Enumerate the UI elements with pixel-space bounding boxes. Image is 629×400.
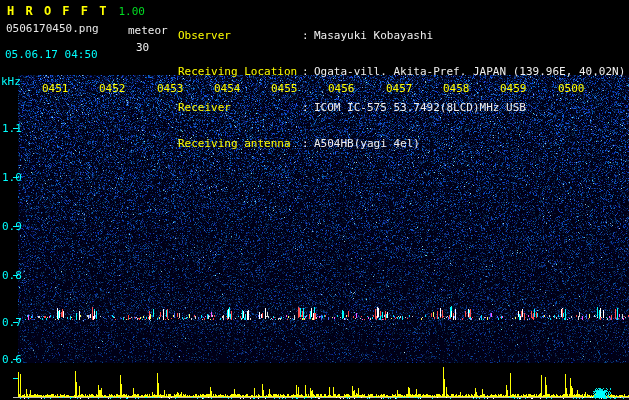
output-filename: 0506170450.png [6, 22, 99, 35]
time-label: 0455 [271, 82, 298, 95]
info-separator: : [302, 138, 314, 150]
time-label: 0456 [328, 82, 355, 95]
y-tick-label: 1.1 [2, 122, 22, 135]
info-separator: : [302, 102, 314, 114]
app-version: 1.00 [118, 5, 145, 18]
y-axis-unit: kHz [1, 75, 21, 88]
y-tick-label: 0.7 [2, 316, 22, 329]
y-tick-label: 0.6 [2, 353, 22, 366]
interval-value: 30 [136, 41, 149, 54]
info-label: Receiving antenna [178, 138, 302, 150]
time-label: 0454 [214, 82, 241, 95]
info-label: Receiving Location [178, 66, 302, 78]
info-separator: : [302, 66, 314, 78]
info-label: Receiver [178, 102, 302, 114]
time-label: 0451 [42, 82, 69, 95]
info-value: Masayuki Kobayashi [314, 30, 433, 42]
observation-datetime: 05.06.17 04:50 [5, 48, 98, 61]
y-tick-label: 0.9 [2, 220, 22, 233]
time-label: 0453 [157, 82, 184, 95]
info-separator: : [302, 30, 314, 42]
info-value: ICOM IC-575 53.7492(8LCD)MHz USB [314, 102, 526, 114]
info-label: Observer [178, 30, 302, 42]
time-label: 0452 [99, 82, 126, 95]
time-label: 0500 [558, 82, 585, 95]
info-row-receiver: Receiver : ICOM IC-575 53.7492(8LCD)MHz … [178, 102, 625, 114]
info-value: Ogata-vill. Akita-Pref. JAPAN (139.96E, … [314, 66, 625, 78]
y-tick-label: 1.0 [2, 171, 22, 184]
time-label: 0457 [386, 82, 413, 95]
y-tick-label: 0.8 [2, 269, 22, 282]
info-value: A504HB(yagi 4el) [314, 138, 420, 150]
app-title: H R O F F T [7, 4, 108, 18]
info-row-antenna: Receiving antenna : A504HB(yagi 4el) [178, 138, 625, 150]
hrofft-window: H R O F F T 1.00 0506170450.png meteor 3… [0, 0, 629, 400]
info-row-observer: Observer : Masayuki Kobayashi [178, 30, 625, 42]
mode-label: meteor [128, 24, 168, 37]
info-row-location: Receiving Location : Ogata-vill. Akita-P… [178, 66, 625, 78]
app-brand: H R O F F T 1.00 [7, 4, 145, 18]
time-label: 0458 [443, 82, 470, 95]
time-label: 0459 [500, 82, 527, 95]
